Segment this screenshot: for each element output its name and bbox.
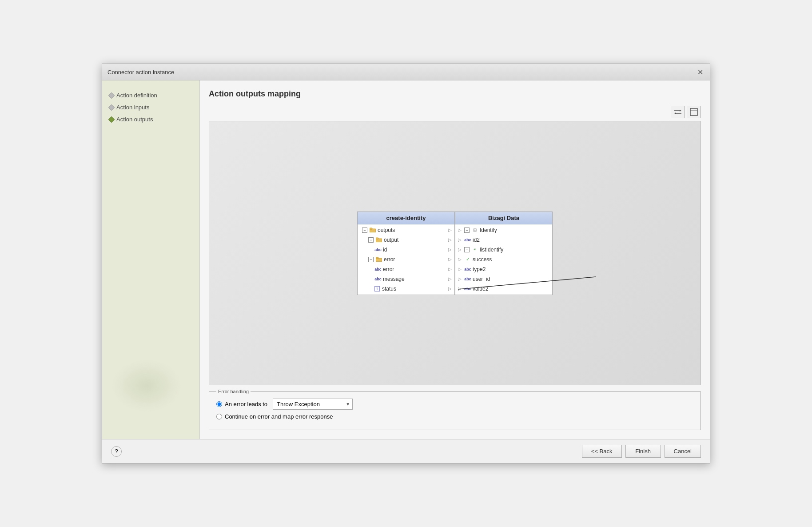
row-label: error xyxy=(383,266,394,272)
tree-row[interactable]: ▷ − ⊞ Identify xyxy=(455,225,552,235)
tree-row[interactable]: ▷ abc value2 xyxy=(455,284,552,294)
help-button[interactable]: ? xyxy=(111,446,122,457)
row-label: id2 xyxy=(473,237,480,243)
link-icon: ⚭ xyxy=(471,247,478,252)
abc-icon: abc xyxy=(374,276,382,282)
arrow-icon: ▷ xyxy=(458,247,462,252)
row-label: value2 xyxy=(473,286,488,292)
finish-button[interactable]: Finish xyxy=(625,445,661,458)
grid-icon: ⊞ xyxy=(471,228,478,233)
check-icon: ✓ xyxy=(464,257,471,262)
error-option2-label[interactable]: Continue on error and map error response xyxy=(216,413,333,420)
error-handling-legend: Error handling xyxy=(216,389,251,394)
sidebar-label-definition: Action definition xyxy=(116,92,157,99)
sidebar-diamond-outputs xyxy=(108,116,115,122)
arrow-icon: ▷ xyxy=(458,228,462,232)
back-button[interactable]: << Back xyxy=(582,445,622,458)
svg-rect-12 xyxy=(376,257,378,259)
auto-map-icon xyxy=(673,108,682,116)
abc-icon: abc xyxy=(464,286,471,291)
row-label: message xyxy=(383,276,405,282)
expand-btn[interactable]: − xyxy=(464,228,470,233)
arrow-icon: ▷ xyxy=(448,267,452,271)
row-label: Identify xyxy=(480,227,497,233)
tree-row[interactable]: − outputs ▷ xyxy=(359,225,454,235)
error-option1-text: An error leads to xyxy=(225,401,267,407)
folder-icon xyxy=(369,228,376,233)
left-tree: create-identity − outputs ▷ xyxy=(357,212,455,295)
sidebar-item-action-outputs[interactable]: Action outputs xyxy=(109,113,192,125)
page-title: Action outputs mapping xyxy=(209,89,701,99)
row-label: success xyxy=(473,256,492,263)
error-option1-label[interactable]: An error leads to xyxy=(216,401,267,407)
tree-row[interactable]: 1 status ▷ xyxy=(372,284,454,294)
svg-marker-1 xyxy=(680,110,681,112)
tree-row[interactable]: abc error ▷ xyxy=(372,264,454,274)
tree-row[interactable]: ▷ abc type2 xyxy=(455,264,552,274)
sidebar-diamond-definition xyxy=(108,92,115,98)
auto-map-button[interactable] xyxy=(671,106,685,118)
error-option1-radio[interactable] xyxy=(216,401,222,407)
sidebar-diamond-inputs xyxy=(108,104,115,110)
tree-row[interactable]: ▷ ✓ success xyxy=(455,255,552,264)
folder-icon xyxy=(375,257,382,262)
error-option2-text: Continue on error and map error response xyxy=(225,413,333,420)
sidebar-label-outputs: Action outputs xyxy=(116,116,153,123)
sidebar-item-action-definition[interactable]: Action definition xyxy=(109,89,192,101)
left-tree-header: create-identity xyxy=(358,212,454,224)
expand-btn[interactable]: − xyxy=(368,257,374,262)
cancel-button[interactable]: Cancel xyxy=(665,445,701,458)
right-tree: Bizagi Data ▷ − ⊞ Identify ▷ xyxy=(455,212,553,295)
tree-row[interactable]: abc id ▷ xyxy=(372,245,454,255)
arrow-icon: ▷ xyxy=(458,257,462,262)
arrow-icon: ▷ xyxy=(458,237,462,242)
sidebar: Action definition Action inputs Action o… xyxy=(102,80,200,439)
row-label: user_id xyxy=(473,276,490,282)
row-label: output xyxy=(384,237,398,243)
error-option2-radio[interactable] xyxy=(216,414,222,419)
arrow-icon: ▷ xyxy=(448,276,452,281)
close-button[interactable]: ✕ xyxy=(696,68,705,76)
left-tree-rows: − outputs ▷ − xyxy=(358,224,454,295)
arrow-icon: ▷ xyxy=(448,257,452,262)
arrow-icon: ▷ xyxy=(448,247,452,252)
expand-btn[interactable]: − xyxy=(464,247,470,252)
tree-row[interactable]: abc message ▷ xyxy=(372,274,454,284)
expand-button[interactable] xyxy=(687,106,701,118)
right-tree-rows: ▷ − ⊞ Identify ▷ abc id2 xyxy=(455,224,552,295)
expand-btn[interactable]: − xyxy=(362,228,367,233)
svg-rect-4 xyxy=(690,108,697,116)
mapping-canvas: create-identity − outputs ▷ xyxy=(209,121,701,385)
abc-icon: abc xyxy=(374,247,382,252)
tree-row[interactable]: ▷ abc id2 xyxy=(455,235,552,245)
right-tree-header: Bizagi Data xyxy=(455,212,552,224)
tree-row[interactable]: − error ▷ xyxy=(366,255,454,264)
expand-icon xyxy=(690,108,698,116)
abc-icon: abc xyxy=(464,267,471,272)
error-dropdown[interactable]: Throw Exception Continue Ignore xyxy=(273,399,353,410)
row-label: id xyxy=(383,247,387,253)
row-label: type2 xyxy=(473,266,486,272)
expand-btn[interactable]: − xyxy=(368,237,374,243)
arrow-icon: ▷ xyxy=(458,267,462,271)
num-icon: 1 xyxy=(374,286,380,291)
sidebar-label-inputs: Action inputs xyxy=(116,104,149,111)
arrow-icon: ▷ xyxy=(458,276,462,281)
main-content: Action outputs mapping xyxy=(200,80,710,439)
tree-row[interactable]: ▷ abc user_id xyxy=(455,274,552,284)
tree-row[interactable]: − output ▷ xyxy=(366,235,454,245)
error-dropdown-wrapper: Throw Exception Continue Ignore ▼ xyxy=(273,399,353,410)
sidebar-item-action-inputs[interactable]: Action inputs xyxy=(109,101,192,113)
toolbar xyxy=(209,106,701,118)
arrow-icon: ▷ xyxy=(458,286,462,291)
tree-row[interactable]: ▷ − ⚭ listIdentify xyxy=(455,245,552,255)
footer-buttons: << Back Finish Cancel xyxy=(582,445,701,458)
dialog-content: Action definition Action inputs Action o… xyxy=(102,80,710,439)
titlebar: Connector action instance ✕ xyxy=(102,64,710,80)
error-handling-section: Error handling An error leads to Throw E… xyxy=(209,389,701,430)
error-option2-row: Continue on error and map error response xyxy=(216,413,693,420)
arrow-icon: ▷ xyxy=(448,237,452,242)
svg-rect-8 xyxy=(370,228,372,229)
row-label: error xyxy=(384,256,395,263)
svg-rect-10 xyxy=(376,238,378,239)
